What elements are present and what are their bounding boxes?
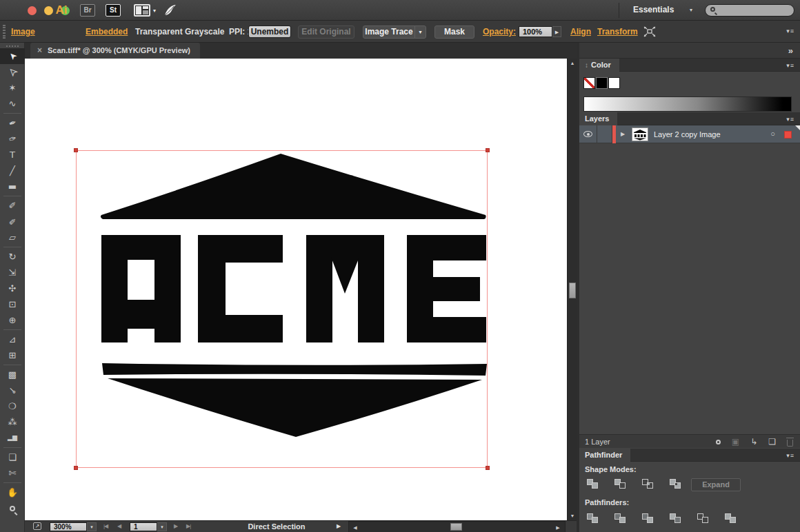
artboard-dropdown-icon[interactable]: ▼	[157, 522, 167, 531]
hand-tool[interactable]: ✋	[0, 484, 25, 500]
scale-tool[interactable]: ⇲	[0, 265, 25, 280]
eye-icon[interactable]	[583, 131, 592, 137]
unite-shape-mode-button[interactable]	[583, 477, 601, 491]
rectangle-tool[interactable]: ▬	[0, 178, 25, 194]
opacity-spinner-icon[interactable]: ▶	[552, 26, 561, 37]
mesh-tool[interactable]: ⊞	[0, 347, 25, 363]
horizontal-scroll-thumb[interactable]	[450, 523, 462, 531]
image-trace-button[interactable]: Image Trace	[363, 25, 415, 39]
embedded-link[interactable]: Embedded	[86, 27, 128, 37]
shaper-tool[interactable]: ✏	[0, 214, 25, 229]
canvas-artboard[interactable]	[25, 59, 567, 520]
grayscale-spectrum-ramp[interactable]	[583, 96, 792, 112]
line-segment-tool[interactable]: ╱	[0, 163, 25, 178]
paintbrush-tool[interactable]: ✐	[0, 198, 25, 214]
layer-target-icon[interactable]: ○	[770, 130, 775, 138]
transform-link[interactable]: Transform	[597, 27, 638, 37]
color-panel-menu-icon[interactable]: ▾≡	[786, 62, 794, 69]
search-box[interactable]	[705, 4, 794, 17]
locate-object-icon[interactable]	[716, 436, 721, 447]
layer-selection-indicator[interactable]	[784, 131, 792, 139]
layer-name[interactable]: Layer 2 copy Image	[654, 130, 721, 139]
workspace-caret-icon[interactable]: ▾	[690, 7, 692, 13]
create-new-layer-icon[interactable]: ❏	[768, 436, 776, 447]
layout-caret-icon[interactable]: ▾	[153, 8, 156, 14]
merge-pathfinder-button[interactable]	[639, 511, 657, 525]
scroll-down-icon[interactable]: ▼	[568, 511, 577, 520]
zoom-dropdown-icon[interactable]: ▼	[87, 522, 97, 531]
opacity-link[interactable]: Opacity:	[483, 27, 516, 37]
lasso-tool[interactable]: ∿	[0, 96, 25, 112]
pen-tool[interactable]: ✒	[0, 115, 25, 131]
selection-handle[interactable]	[486, 466, 490, 470]
status-menu-icon[interactable]: ▶	[337, 523, 341, 529]
crop-pathfinder-button[interactable]	[666, 511, 684, 525]
zoom-level-field[interactable]: 300%	[50, 522, 87, 531]
bridge-button[interactable]: Br	[80, 4, 95, 17]
artboard-number-field[interactable]: 1	[130, 522, 157, 531]
panel-grip[interactable]	[3, 25, 6, 39]
toolbar-grip[interactable]	[6, 45, 19, 47]
layer-thumbnail[interactable]	[632, 127, 648, 141]
scroll-up-icon[interactable]: ▲	[568, 59, 577, 68]
trim-pathfinder-button[interactable]	[611, 511, 629, 525]
none-swatch[interactable]	[583, 77, 595, 89]
vertical-scroll-thumb[interactable]	[569, 283, 576, 298]
scroll-right-icon[interactable]: ▶	[553, 523, 563, 532]
minus-front-shape-mode-button[interactable]	[611, 477, 629, 491]
opacity-input[interactable]: 100%	[519, 26, 552, 37]
layers-panel-menu-icon[interactable]: ▾≡	[786, 116, 794, 123]
perspective-grid-tool[interactable]: ⊿	[0, 331, 25, 347]
tab-pathfinder[interactable]: Pathfinder	[579, 449, 630, 462]
visibility-cell[interactable]	[579, 125, 597, 143]
symbol-sprayer-tool[interactable]: ⁂	[0, 414, 25, 430]
lock-cell[interactable]	[597, 125, 612, 143]
width-tool[interactable]: ✣	[0, 280, 25, 296]
previous-artboard-button[interactable]: ◀	[117, 523, 121, 529]
close-tab-icon[interactable]: ×	[37, 45, 42, 55]
mask-button[interactable]: Mask	[434, 25, 474, 39]
intersect-shape-mode-button[interactable]	[639, 477, 657, 491]
next-artboard-button[interactable]: ▶	[174, 523, 177, 529]
tab-color[interactable]: ↕Color	[579, 59, 619, 72]
status-indicator[interactable]: Direct Selection	[197, 522, 356, 531]
isolate-selected-object-icon[interactable]	[643, 26, 656, 39]
magic-wand-tool[interactable]: ✶	[0, 80, 25, 96]
expand-layer-icon[interactable]: ▶	[621, 131, 625, 137]
gpu-performance-feather-icon[interactable]	[163, 3, 178, 21]
direct-selection-tool[interactable]: ➤	[0, 64, 25, 80]
make-clipping-mask-icon[interactable]: ▣	[732, 436, 739, 447]
last-artboard-button[interactable]: ▶|	[186, 523, 190, 529]
stock-button[interactable]: St	[106, 4, 121, 17]
selection-handle[interactable]	[74, 466, 78, 470]
first-artboard-button[interactable]: |◀	[103, 523, 108, 529]
curvature-tool[interactable]: ✑	[0, 131, 25, 147]
control-panel-menu-icon[interactable]: ▾≡	[786, 28, 794, 34]
workspace-switcher[interactable]: Essentials	[633, 5, 674, 14]
document-layout-icon[interactable]	[134, 4, 150, 17]
rotate-tool[interactable]: ↻	[0, 249, 25, 265]
expand-button[interactable]: Expand	[691, 478, 741, 491]
column-graph-tool[interactable]: ▂▆	[0, 430, 25, 446]
divide-pathfinder-button[interactable]	[583, 511, 601, 525]
eyedropper-tool[interactable]: ⊸	[0, 382, 25, 398]
horizontal-scrollbar[interactable]: ◀ ▶	[348, 521, 566, 532]
pathfinder-panel-menu-icon[interactable]: ▾≡	[786, 452, 794, 459]
scroll-left-icon[interactable]: ◀	[350, 523, 360, 532]
gradient-tool[interactable]: ▩	[0, 367, 25, 382]
close-window-button[interactable]	[28, 6, 37, 15]
minus-back-pathfinder-button[interactable]	[721, 511, 739, 525]
tab-layers[interactable]: Layers	[579, 112, 617, 125]
slice-tool[interactable]: ✄	[0, 465, 25, 481]
outline-pathfinder-button[interactable]	[694, 511, 712, 525]
image-trace-dropdown[interactable]: ▼	[414, 25, 426, 39]
panel-minimize-icon[interactable]: ↕	[585, 61, 588, 69]
align-link[interactable]: Align	[570, 27, 591, 37]
free-transform-tool[interactable]: ⊡	[0, 296, 25, 312]
type-tool[interactable]: T	[0, 147, 25, 163]
layer-row[interactable]: ▶ Layer 2 copy Image ○	[579, 125, 800, 143]
blend-tool[interactable]: ❍	[0, 398, 25, 414]
white-swatch[interactable]	[608, 77, 620, 89]
create-sublayer-icon[interactable]: ↳	[750, 436, 757, 447]
export-icon[interactable]: ↗	[33, 522, 41, 530]
